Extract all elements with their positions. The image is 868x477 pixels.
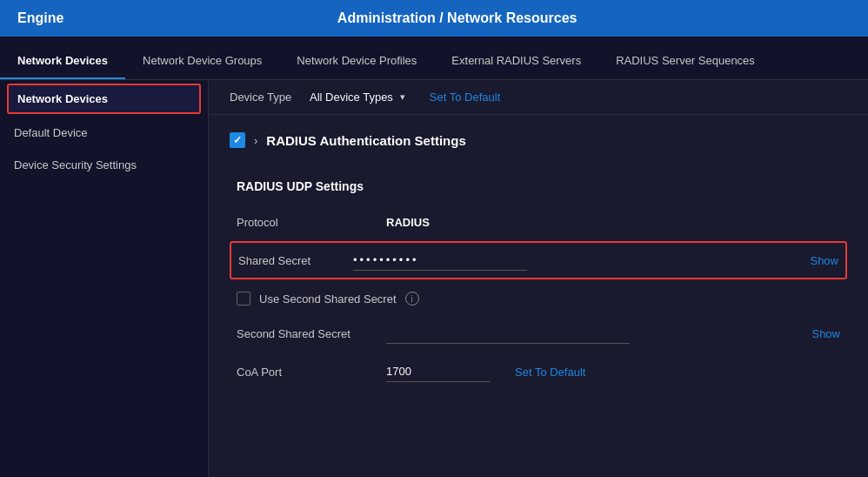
tab-network-device-groups[interactable]: Network Device Groups [125, 42, 279, 79]
sidebar: Network Devices Default Device Device Se… [0, 80, 209, 477]
device-type-value: All Device Types [310, 91, 393, 104]
coa-set-to-default-link[interactable]: Set To Default [515, 366, 585, 379]
shared-secret-row: Shared Secret Show [230, 241, 847, 279]
protocol-label: Protocol [237, 216, 376, 229]
udp-settings-title: RADIUS UDP Settings [237, 179, 847, 193]
radius-auth-section-title: RADIUS Authentication Settings [266, 133, 465, 148]
shared-secret-input[interactable] [353, 250, 527, 271]
tab-network-devices[interactable]: Network Devices [0, 42, 125, 79]
use-second-shared-secret-label: Use Second Shared Secret [259, 292, 397, 306]
coa-port-row: CoA Port Set To Default [230, 353, 847, 391]
show-second-shared-secret-link[interactable]: Show [811, 327, 840, 340]
radius-auth-checkbox[interactable] [230, 132, 245, 148]
content-area: Device Type All Device Types ▾ Set To De… [209, 80, 868, 477]
coa-port-label: CoA Port [237, 366, 376, 379]
device-type-row: Device Type All Device Types ▾ Set To De… [209, 80, 868, 115]
use-second-shared-secret-row: Use Second Shared Secret i [230, 283, 847, 314]
protocol-value: RADIUS [386, 216, 430, 229]
sidebar-item-network-devices[interactable]: Network Devices [7, 84, 201, 114]
sidebar-item-device-security-settings[interactable]: Device Security Settings [0, 150, 208, 180]
use-second-shared-secret-checkbox[interactable] [237, 292, 250, 306]
radius-udp-section: RADIUS UDP Settings Protocol RADIUS Shar… [209, 165, 868, 405]
tab-radius-server-sequences[interactable]: RADIUS Server Sequences [598, 42, 772, 79]
coa-port-input[interactable] [386, 361, 491, 382]
engine-label: Engine [17, 10, 63, 26]
radius-auth-section-header: › RADIUS Authentication Settings [209, 122, 868, 151]
second-shared-secret-label: Second Shared Secret [237, 327, 376, 340]
info-icon[interactable]: i [405, 292, 419, 306]
protocol-row: Protocol RADIUS [230, 207, 847, 238]
page-title: Administration / Network Resources [63, 10, 851, 26]
content-inner: › RADIUS Authentication Settings RADIUS … [209, 115, 868, 412]
tab-network-device-profiles[interactable]: Network Device Profiles [279, 42, 434, 79]
tab-external-radius-servers[interactable]: External RADIUS Servers [434, 42, 598, 79]
section-collapse-icon[interactable]: › [254, 134, 257, 147]
device-type-select[interactable]: All Device Types ▾ [310, 91, 405, 104]
nav-tabs: Network Devices Network Device Groups Ne… [0, 37, 868, 80]
main-layout: Network Devices Default Device Device Se… [0, 80, 868, 477]
chevron-down-icon: ▾ [400, 91, 405, 103]
set-to-default-link[interactable]: Set To Default [430, 91, 500, 104]
second-shared-secret-row: Second Shared Secret Show [230, 314, 847, 353]
app-header: Engine Administration / Network Resource… [0, 0, 868, 37]
show-shared-secret-link[interactable]: Show [810, 254, 838, 267]
second-shared-secret-input[interactable] [386, 323, 630, 344]
device-type-label: Device Type [230, 91, 299, 104]
sidebar-item-default-device[interactable]: Default Device [0, 118, 208, 148]
shared-secret-label: Shared Secret [238, 254, 343, 267]
